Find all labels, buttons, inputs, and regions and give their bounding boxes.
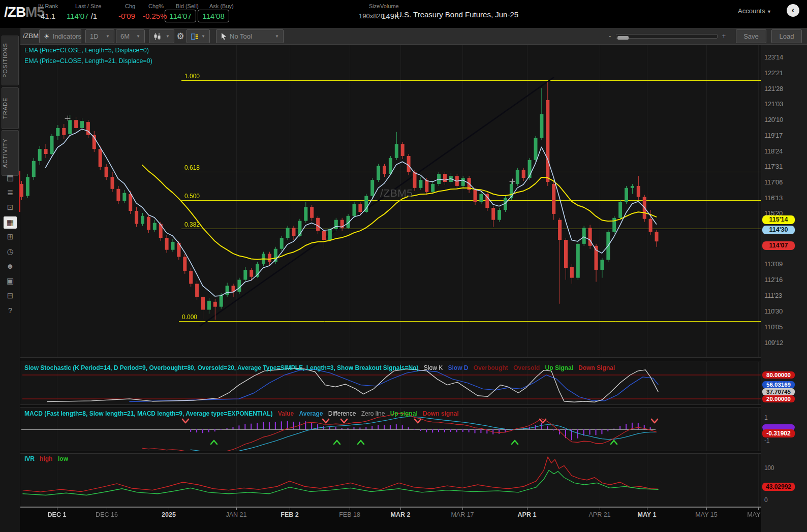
- zoom-in-button[interactable]: +: [722, 32, 726, 40]
- last-size-value: 114'07 /1: [67, 12, 97, 20]
- time-axis-label: FEB 2: [281, 511, 298, 518]
- price-axis-label: 117'06: [764, 178, 783, 186]
- chart-tab-icon[interactable]: ▤: [0, 171, 20, 184]
- legend-slow-d: Slow D: [448, 364, 469, 371]
- size-label: Size: [369, 3, 380, 9]
- save-button[interactable]: Save: [736, 29, 766, 43]
- chg-value: -0'09: [118, 12, 135, 20]
- macd-panel-header: MACD (Fast length=8, Slow length=21, MAC…: [24, 410, 462, 417]
- price-axis-label: 121'03: [764, 100, 783, 108]
- time-axis-tick: [600, 508, 600, 510]
- panel-divider[interactable]: [20, 357, 761, 361]
- volume-label: Volume: [380, 3, 399, 9]
- legend-macd-value: Value: [278, 410, 294, 417]
- time-axis-tick: [647, 508, 647, 510]
- legend-ivr-low: low: [58, 455, 68, 462]
- gear-icon[interactable]: ⚙: [174, 29, 187, 43]
- iv-rank-value: 41.1: [41, 12, 55, 20]
- time-axis-tick: [758, 508, 759, 510]
- time-axis-label: 2025: [162, 511, 176, 518]
- help-icon[interactable]: ?: [0, 304, 20, 317]
- range-dropdown[interactable]: 6M▼: [116, 29, 145, 43]
- history-clock-icon[interactable]: ◷: [0, 245, 20, 258]
- legend-macd-down-signal: Down signal: [423, 410, 459, 417]
- sidebar-tab-activity[interactable]: ACTIVITY: [2, 130, 19, 176]
- chart-type-dropdown[interactable]: ▼: [149, 29, 174, 43]
- panel-axis-label: 0: [764, 496, 767, 504]
- time-axis-label: DEC 1: [48, 511, 67, 518]
- main-chart-canvas[interactable]: [20, 45, 761, 357]
- macd-title: MACD (Fast length=8, Slow length=21, MAC…: [24, 410, 273, 417]
- chg-pct-value: -0.25%: [143, 12, 167, 20]
- indicators-button[interactable]: ☀ Indicators: [39, 29, 81, 43]
- time-axis-tick: [236, 508, 237, 510]
- fib-level-label: 0.000: [182, 314, 197, 321]
- zoom-slider-track[interactable]: [616, 34, 718, 39]
- time-axis-label: MAY 1: [638, 511, 657, 518]
- chevron-down-icon: ▼: [106, 34, 110, 39]
- ivr-title: IVR: [24, 455, 35, 462]
- sidebar-tab-trade[interactable]: TRADE: [2, 87, 19, 129]
- drawing-tool-dropdown[interactable]: No Tool▼: [216, 29, 284, 43]
- iv-rank-label: IV Rank: [38, 3, 58, 9]
- ema21-study-label: EMA (Price=CLOSE, Length=21, Displace=0): [24, 57, 152, 65]
- price-axis-label: 118'24: [764, 147, 783, 155]
- legend-overbought: Overbought: [474, 364, 508, 371]
- indicator-burst-icon: ☀: [44, 33, 50, 40]
- ask-button[interactable]: 114'08: [198, 10, 229, 22]
- ivr-panel-canvas[interactable]: [20, 454, 761, 507]
- education-icon[interactable]: ⊟: [0, 289, 20, 302]
- layout-grid-icon: [191, 33, 198, 40]
- contacts-icon[interactable]: ☻: [0, 260, 20, 273]
- time-axis-tick: [169, 508, 169, 510]
- size-value: 190x828: [359, 12, 384, 20]
- monitor-icon[interactable]: ⊡: [0, 201, 20, 214]
- price-axis-label: 121'28: [764, 85, 783, 92]
- load-button[interactable]: Load: [771, 29, 802, 43]
- chart-region: EMA (Price=CLOSE, Length=5, Displace=0) …: [20, 45, 761, 532]
- time-axis-label: MAY 15: [695, 511, 717, 518]
- panel-divider[interactable]: [20, 404, 761, 408]
- grid-charts-icon[interactable]: ▦: [4, 216, 17, 229]
- panel-axis-label: -1: [764, 437, 769, 444]
- zoom-slider[interactable]: - +: [616, 33, 718, 39]
- price-axis-label: 109'12: [764, 339, 783, 347]
- watchlist-icon[interactable]: ≣: [0, 186, 20, 199]
- time-axis-tick: [350, 508, 350, 510]
- chevron-down-icon: ▼: [136, 34, 140, 39]
- legend-slow-k: Slow K: [424, 364, 443, 371]
- period-dropdown[interactable]: 1D▼: [85, 29, 114, 43]
- zoom-slider-handle[interactable]: [617, 36, 629, 40]
- stoch-slowk-badge: 37.70745: [762, 388, 795, 395]
- price-axis-label: 117'31: [764, 163, 783, 170]
- chevron-down-icon: ▼: [166, 34, 170, 39]
- time-axis-tick: [400, 508, 401, 510]
- zoom-out-button[interactable]: -: [609, 32, 611, 40]
- time-axis[interactable]: DEC 1DEC 162025JAN 21FEB 2FEB 18MAR 2MAR…: [20, 507, 761, 532]
- stochastic-panel-header: Slow Stochastic (K Period=14, D Period=9…: [24, 364, 618, 371]
- chg-pct-label: Chg%: [148, 3, 164, 9]
- apps-grid-icon[interactable]: ⊞: [0, 230, 20, 243]
- ema21-price-badge: 115'14: [762, 215, 795, 224]
- calendar-icon[interactable]: ▣: [0, 274, 20, 288]
- collapse-panel-button[interactable]: ‹: [787, 4, 799, 17]
- time-axis-tick: [107, 508, 107, 510]
- legend-macd-average: Average: [299, 410, 323, 417]
- time-axis-tick: [527, 508, 527, 510]
- accounts-dropdown[interactable]: Accounts ▼: [738, 7, 771, 15]
- price-axis[interactable]: 123'14122'21121'28121'03120'10119'17118'…: [761, 45, 807, 532]
- chg-label: Chg: [125, 3, 135, 9]
- sidebar-tab-positions[interactable]: POSITIONS: [2, 36, 19, 85]
- panel-axis-label: 1: [764, 414, 767, 421]
- price-axis-label: 116'13: [764, 194, 783, 202]
- time-axis-label: MAR 2: [391, 511, 411, 518]
- price-axis-label: 111'23: [764, 292, 782, 299]
- layout-dropdown[interactable]: ▼: [187, 29, 210, 43]
- chart-toolbar: /ZBM5 ☀ Indicators 1D▼ 6M▼ ▼ ⚙ ▼ No Tool…: [20, 28, 807, 45]
- chevron-down-icon: ▼: [275, 34, 279, 39]
- legend-zero-line: Zero line: [361, 410, 385, 417]
- ivr-value-badge: 43.02992: [762, 483, 795, 491]
- time-axis-tick: [57, 508, 57, 510]
- price-axis-label: 112'16: [764, 276, 783, 284]
- bid-button[interactable]: 114'07: [165, 10, 196, 22]
